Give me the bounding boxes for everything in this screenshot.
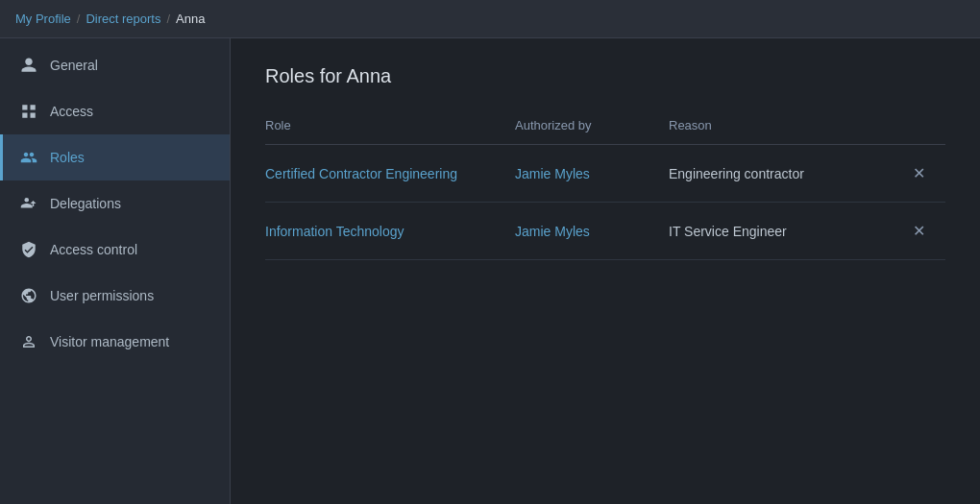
sidebar-item-user-permissions[interactable]: User permissions [0,273,230,319]
authorized-by-link-0[interactable]: Jamie Myles [515,166,590,181]
main-content: Roles for Anna Role Authorized by Reason… [231,38,980,504]
globe-icon [19,286,38,305]
reason-text-0: Engineering contractor [669,166,804,181]
col-reason: Reason [669,110,907,145]
topbar: My Profile / Direct reports / Anna [0,0,980,38]
page-title: Roles for Anna [265,65,945,87]
sidebar-item-delegations[interactable]: Delegations [0,180,230,227]
svg-point-0 [25,198,30,203]
role-link-0[interactable]: Certified Contractor Engineering [265,166,457,181]
sidebar-item-general[interactable]: General [0,42,230,88]
person-icon [19,56,38,75]
sidebar-item-access-label: Access [50,104,93,119]
breadcrumb-current: Anna [176,12,205,26]
col-authorized-by: Authorized by [515,110,669,145]
remove-row-1-button[interactable]: ✕ [907,218,931,244]
sidebar-item-delegations-label: Delegations [50,196,121,211]
breadcrumb-my-profile[interactable]: My Profile [15,12,71,26]
table-row: Certified Contractor Engineering Jamie M… [265,145,945,203]
col-action [907,110,945,145]
remove-row-0-button[interactable]: ✕ [907,160,931,186]
reason-text-1: IT Service Engineer [669,224,787,239]
breadcrumb-sep-2: / [166,12,170,26]
sidebar-item-general-label: General [50,58,98,73]
layout: General Access Roles Delegations Access [0,38,980,504]
sidebar-item-roles-label: Roles [50,150,85,165]
grid-icon [19,102,38,121]
roles-table: Role Authorized by Reason Certified Cont… [265,110,945,260]
role-link-1[interactable]: Information Technology [265,224,404,239]
sidebar: General Access Roles Delegations Access [0,38,231,504]
sidebar-item-roles[interactable]: Roles [0,134,230,180]
breadcrumb-sep-1: / [77,12,81,26]
access-control-icon [19,240,38,259]
breadcrumb: My Profile / Direct reports / Anna [15,12,205,26]
authorized-by-link-1[interactable]: Jamie Myles [515,224,590,239]
col-role: Role [265,110,515,145]
table-row: Information Technology Jamie Myles IT Se… [265,203,945,260]
sidebar-item-user-permissions-label: User permissions [50,288,154,303]
sidebar-item-visitor-management-label: Visitor management [50,334,169,349]
sidebar-item-access-control[interactable]: Access control [0,227,230,273]
sidebar-item-visitor-management[interactable]: Visitor management [0,319,230,365]
visitor-icon [19,332,38,351]
roles-icon [19,148,38,167]
breadcrumb-direct-reports[interactable]: Direct reports [86,12,160,26]
sidebar-item-access[interactable]: Access [0,88,230,134]
delegations-icon [19,194,38,213]
sidebar-item-access-control-label: Access control [50,242,137,257]
